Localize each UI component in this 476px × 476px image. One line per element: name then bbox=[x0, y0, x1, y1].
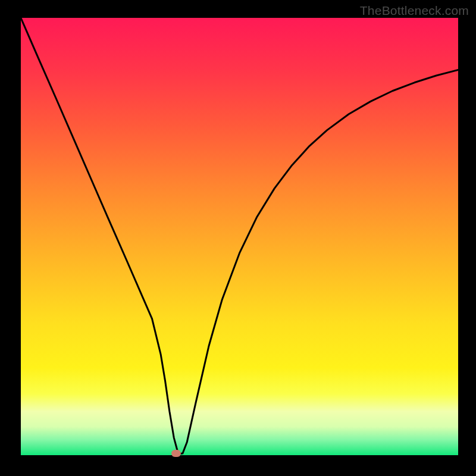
chart-frame: TheBottleneck.com bbox=[0, 0, 476, 476]
bottleneck-curve bbox=[21, 18, 458, 455]
optimal-point-marker bbox=[171, 450, 181, 457]
plot-area bbox=[21, 18, 458, 455]
watermark-text: TheBottleneck.com bbox=[360, 4, 469, 18]
